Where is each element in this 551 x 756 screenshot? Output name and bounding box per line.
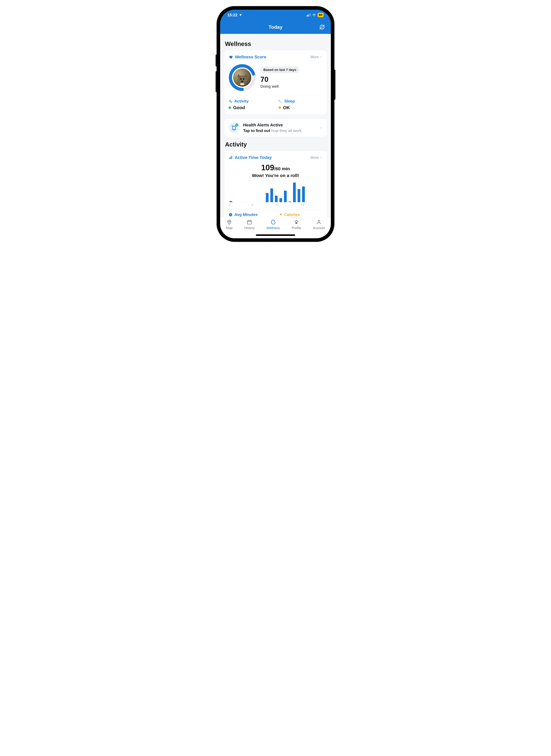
svg-point-18 <box>229 221 230 222</box>
chevron-right-icon <box>320 156 323 159</box>
avg-minutes-metric: Avg Minutes 171 min avg <box>228 212 272 217</box>
active-minutes-value: 109 <box>261 163 274 172</box>
clock-icon <box>228 213 232 217</box>
bell-icon-wrap <box>228 122 239 133</box>
score-basis-pill: Based on last 7 days <box>260 66 300 73</box>
status-time: 15:22 <box>227 13 237 17</box>
svg-rect-19 <box>247 221 251 224</box>
activity-icon <box>228 99 232 103</box>
active-time-card[interactable]: Active Time Today More 109/60 min Wow! Y… <box>224 151 327 217</box>
status-dot-green <box>228 106 231 109</box>
svg-point-9 <box>241 81 243 82</box>
svg-point-23 <box>295 221 296 222</box>
map-pin-icon <box>226 219 232 225</box>
active-message: Wow! You're on a roll! <box>228 173 323 178</box>
svg-text:z: z <box>281 102 282 103</box>
chevron-right-icon <box>320 126 323 129</box>
home-indicator[interactable] <box>256 234 295 236</box>
svg-rect-15 <box>230 157 231 159</box>
active-goal-suffix: /60 min <box>274 166 290 171</box>
svg-point-7 <box>240 78 241 80</box>
tab-account[interactable]: Account <box>313 219 325 230</box>
svg-point-24 <box>296 220 297 221</box>
wellness-score-ring <box>228 64 256 91</box>
svg-text:z: z <box>280 101 281 102</box>
health-alerts-card[interactable]: Health Alerts Active Tap to find out how… <box>224 119 327 137</box>
chevron-right-icon <box>320 56 323 58</box>
wellness-score-value: 70 <box>260 75 323 83</box>
active-time-title: Active Time Today <box>235 155 272 160</box>
status-bar: 15:22 60 <box>220 10 331 20</box>
person-icon <box>316 219 322 225</box>
svg-rect-16 <box>231 156 232 159</box>
activity-stat[interactable]: Activity Good <box>228 99 272 110</box>
chart-x-axis: 0 6 12 18 <box>228 203 323 207</box>
wifi-icon <box>312 13 316 17</box>
tab-map[interactable]: Map <box>226 219 232 230</box>
calendar-icon <box>247 219 252 225</box>
bar-chart-icon <box>228 156 232 159</box>
wellness-score-card[interactable]: Wellness Score More <box>224 50 327 114</box>
tab-profile[interactable]: Profile <box>292 219 301 230</box>
svg-text:Z: Z <box>279 99 280 102</box>
svg-point-27 <box>318 220 320 222</box>
svg-point-10 <box>240 83 244 85</box>
heart-icon <box>228 55 233 59</box>
check-badge-icon <box>235 123 238 126</box>
wellness-icon <box>270 219 276 225</box>
wellness-score-text: Doing well <box>260 84 323 89</box>
hourly-bar-chart <box>228 181 323 202</box>
svg-point-1 <box>322 28 322 28</box>
wellness-card-title: Wellness Score <box>235 55 266 59</box>
refresh-icon[interactable] <box>319 24 325 30</box>
alert-title: Health Alerts Active <box>243 123 316 127</box>
nav-header: Today <box>220 20 331 34</box>
tab-history[interactable]: History <box>244 219 254 230</box>
page-title: Today <box>268 24 283 30</box>
calories-metric: Calories 748 kcal <box>279 212 323 217</box>
wellness-section-title: Wellness <box>225 41 327 47</box>
tab-wellness[interactable]: Wellness <box>266 219 280 230</box>
svg-point-25 <box>297 221 298 222</box>
sleep-stat[interactable]: Zzz Sleep OK <box>279 99 323 110</box>
battery-badge: 60 <box>318 13 324 17</box>
svg-point-8 <box>243 78 244 80</box>
location-arrow-icon <box>239 13 242 17</box>
activity-section-title: Activity <box>225 141 327 148</box>
svg-rect-14 <box>229 157 230 159</box>
content-scroll[interactable]: Wellness Wellness Score More <box>220 34 331 217</box>
status-dot-orange <box>279 106 281 109</box>
sleep-icon: Zzz <box>279 99 283 103</box>
signal-icon <box>307 13 311 16</box>
pet-avatar <box>233 68 251 87</box>
flame-icon <box>279 213 283 217</box>
wellness-more-link[interactable]: More <box>311 55 323 59</box>
alert-subtitle: Tap to find out how they all work. <box>243 128 316 133</box>
svg-point-26 <box>295 222 298 224</box>
paw-icon <box>294 219 299 225</box>
activity-more-link[interactable]: More <box>311 155 323 160</box>
